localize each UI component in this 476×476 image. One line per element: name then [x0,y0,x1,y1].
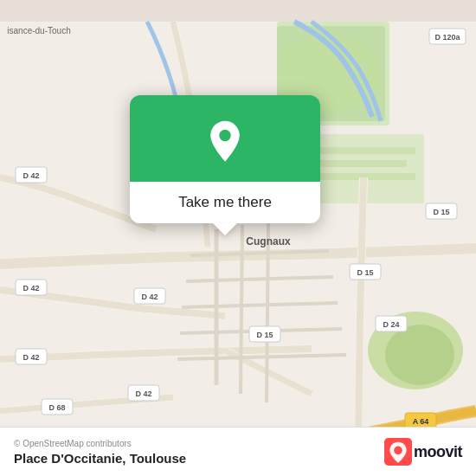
svg-text:D 120a: D 120a [434,33,460,42]
svg-point-9 [385,325,454,385]
take-me-there-button[interactable]: Take me there [130,182,320,223]
bottom-bar: © OpenStreetMap contributors Place D'Occ… [0,427,476,476]
svg-text:A 64: A 64 [413,417,429,426]
svg-text:D 42: D 42 [141,293,158,301]
bottom-bar-left: © OpenStreetMap contributors Place D'Occ… [14,439,186,466]
svg-text:D 15: D 15 [256,331,273,339]
svg-text:D 42: D 42 [23,353,39,362]
map-background: D 42 D 42 D 42 D 42 D 24 D 15 D 15 D 15 … [0,0,476,476]
svg-text:D 15: D 15 [357,268,373,277]
popup-card: Take me there [130,95,320,223]
svg-text:D 15: D 15 [433,208,449,216]
svg-point-40 [394,447,402,455]
location-pin-icon [203,119,248,164]
svg-rect-0 [0,22,476,454]
svg-text:D 42: D 42 [135,389,151,398]
moovit-logo: moovit [384,438,462,466]
svg-text:Cugnaux: Cugnaux [246,235,291,248]
map-container: D 42 D 42 D 42 D 42 D 24 D 15 D 15 D 15 … [0,0,476,476]
svg-point-38 [219,130,230,141]
popup-green-area [130,95,320,182]
svg-text:D 42: D 42 [23,171,39,180]
svg-text:D 24: D 24 [383,320,399,329]
svg-text:isance-du-Touch: isance-du-Touch [7,26,70,35]
moovit-icon [384,438,412,466]
location-name: Place D'Occitanie, Toulouse [14,451,186,466]
attribution-text: © OpenStreetMap contributors [14,439,186,448]
svg-text:D 42: D 42 [23,284,39,293]
svg-rect-6 [312,160,407,167]
svg-text:D 68: D 68 [48,403,65,412]
moovit-text: moovit [414,443,462,461]
